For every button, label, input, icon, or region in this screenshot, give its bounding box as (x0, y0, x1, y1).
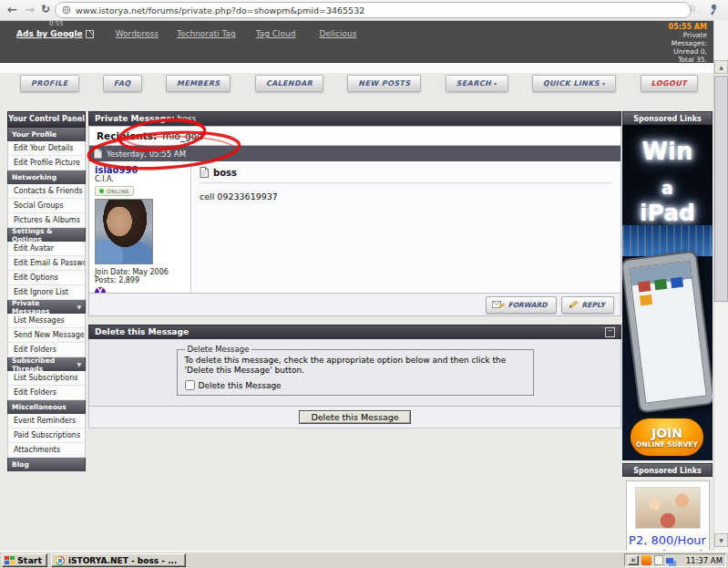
link-technorati-tag[interactable]: Technorati Tag (177, 29, 236, 38)
delete-message-fieldset: Delete Message To delete this message, c… (177, 345, 534, 396)
ad-text-a: a (622, 178, 713, 198)
avatar-photo[interactable] (95, 199, 153, 264)
sidebar-item-contacts-friends[interactable]: Contacts & Friends (7, 184, 86, 199)
online-badge: ONLINE (95, 186, 134, 196)
sidebar-item-paid-subscriptions[interactable]: Paid Subscriptions (7, 429, 86, 443)
job-ad[interactable]: P2, 800/Hour Part Time Job (626, 480, 710, 551)
reply-button[interactable]: REPLY (561, 296, 614, 314)
recipients-label: Recipients: (97, 130, 157, 141)
user-cell: islao996 C.I.A. ONLINE Join Date: May 20… (89, 161, 191, 293)
section-blog[interactable]: Blog (7, 458, 86, 471)
sidebar-item-social-groups[interactable]: Social Groups (7, 199, 86, 213)
sidebar-item-edit-profile-picture[interactable]: Edit Profile Picture (7, 156, 86, 170)
job-ad-line1: P2, 800/Hour (627, 533, 709, 548)
header-gap (0, 63, 713, 73)
message-date-bar: Yesterday, 05:55 AM (88, 146, 621, 161)
server-time: 05:55 AM (669, 23, 707, 31)
address-bar[interactable]: www.istorya.net/forums/private.php?do=sh… (55, 2, 692, 18)
delete-instructions: To delete this message, check the approp… (185, 356, 526, 376)
browser-toolbar: ← → ↻ www.istorya.net/forums/private.php… (0, 0, 728, 21)
dropdown-icon: ▾ (602, 80, 605, 87)
recipient-name[interactable]: mio_god (162, 130, 203, 141)
private-message-panel: Private Message: boss Recipients: mio_go… (88, 111, 621, 316)
logout-button[interactable]: LOGOUT (641, 75, 698, 92)
pm-status-line: Private (669, 31, 707, 39)
online-dot-icon (99, 189, 104, 193)
sidebar-item-edit-email-password[interactable]: Edit Email & Password (7, 256, 86, 271)
user-title: C.I.A. (95, 175, 185, 184)
forum-ad-header: 0:55 Ads by Google Wordpress Technorati … (0, 21, 713, 63)
delete-this-message-button[interactable]: Delete this Message (299, 410, 410, 424)
wrench-menu-icon[interactable] (708, 4, 720, 15)
sidebar-title: Your Control Panel (7, 111, 86, 128)
ads-by-google-link[interactable]: Ads by Google (16, 29, 94, 38)
ad-text-ipad: iPad (622, 200, 713, 226)
messenger-tray-icon[interactable] (641, 555, 651, 565)
post-count: Posts: 2,899 (95, 276, 185, 284)
sidebar-item-list-messages[interactable]: List Messages (7, 314, 86, 328)
search-button[interactable]: SEARCH▾ (446, 75, 508, 92)
join-online-survey-button[interactable]: JOIN ONLINE SURVEY (629, 417, 705, 458)
globe-icon (62, 5, 71, 15)
sidebar-item-edit-avatar[interactable]: Edit Avatar (7, 242, 86, 256)
quick-links-button[interactable]: QUICK LINKS▾ (532, 75, 617, 92)
yahoo-messenger-icon[interactable]: Y (95, 287, 106, 294)
sidebar-item-edit-options[interactable]: Edit Options (7, 271, 86, 285)
sidebar-item-event-reminders[interactable]: Event Reminders (7, 414, 86, 429)
collapse-icon[interactable]: − (605, 327, 615, 337)
faq-button[interactable]: FAQ (103, 75, 142, 92)
job-ad-photo (635, 487, 701, 529)
reload-icon[interactable]: ↻ (41, 2, 50, 17)
forward-icon[interactable]: → (25, 2, 35, 17)
ipad-ad-banner[interactable]: Win a iPad JOIN ONLINE SURVEY (622, 125, 713, 460)
dropdown-icon: ▾ (494, 80, 497, 87)
page-scrollbar[interactable]: ▲ ▼ (713, 20, 728, 551)
link-tag-cloud[interactable]: Tag Cloud (256, 29, 296, 38)
username-link[interactable]: islao996 (95, 165, 185, 175)
sidebar-item-list-subscriptions[interactable]: List Subscriptions (7, 371, 86, 386)
windows-logo-icon (5, 556, 15, 564)
ipad-screen (629, 260, 707, 403)
delete-message-panel: Delete this Message − Delete Message To … (88, 325, 621, 429)
sidebar-item-edit-folders-subs[interactable]: Edit Folders (7, 386, 86, 400)
notes-tray-icon[interactable] (654, 555, 663, 565)
scrollbar-thumb[interactable] (714, 76, 728, 302)
message-body-row: islao996 C.I.A. ONLINE Join Date: May 20… (88, 161, 621, 294)
bookmark-star-icon[interactable]: ☆ (687, 2, 697, 15)
section-subscribed-threads[interactable]: Subscribed Threads▼ (7, 357, 86, 371)
scroll-down-icon[interactable]: ▼ (714, 533, 728, 547)
windows-taskbar: Start iSTORYA.NET - boss - ... « 11:37 A… (0, 551, 728, 568)
sidebar-item-send-new-message[interactable]: Send New Message (7, 328, 86, 343)
profile-button[interactable]: PROFILE (20, 75, 79, 92)
network-tray-icon[interactable] (666, 558, 673, 563)
delete-panel-body: Delete Message To delete this message, c… (88, 339, 621, 407)
message-date: Yesterday, 05:55 AM (107, 150, 186, 159)
tray-chevron-icon[interactable]: « (628, 555, 639, 565)
pm-panel-label: Private Message: (95, 114, 175, 123)
section-private-messages[interactable]: Private Messages▼ (7, 300, 86, 314)
start-button[interactable]: Start (2, 553, 47, 567)
sidebar-item-edit-your-details[interactable]: Edit Your Details (7, 141, 86, 156)
reply-pencil-icon (568, 300, 579, 309)
back-icon[interactable]: ← (7, 2, 17, 17)
delete-checkbox-label: Delete this Message (199, 381, 282, 390)
forward-button[interactable]: FORWARD (486, 296, 557, 314)
delete-button-strip: Delete this Message (88, 407, 621, 429)
pm-status-line[interactable]: Unread 0, (669, 47, 707, 56)
calendar-button[interactable]: CALENDAR (255, 75, 324, 92)
message-note-icon (200, 167, 209, 178)
delete-message-legend: Delete Message (185, 345, 252, 354)
link-wordpress[interactable]: Wordpress (116, 29, 159, 38)
members-button[interactable]: MEMBERS (166, 75, 231, 92)
link-delicious[interactable]: Delicious (320, 29, 357, 38)
scroll-up-icon[interactable]: ▲ (714, 60, 728, 74)
section-arrow-icon: ▼ (77, 304, 81, 310)
delete-panel-header: Delete this Message − (88, 325, 621, 339)
pm-note-icon (94, 149, 102, 159)
delete-message-checkbox[interactable] (185, 380, 195, 390)
forward-mail-icon (492, 300, 505, 309)
sidebar-item-attachments[interactable]: Attachments (7, 443, 86, 458)
taskbar-window-button[interactable]: iSTORYA.NET - boss - ... (51, 553, 186, 567)
new-posts-button[interactable]: NEW POSTS (347, 75, 421, 92)
section-your-profile: Your Profile (7, 128, 86, 141)
